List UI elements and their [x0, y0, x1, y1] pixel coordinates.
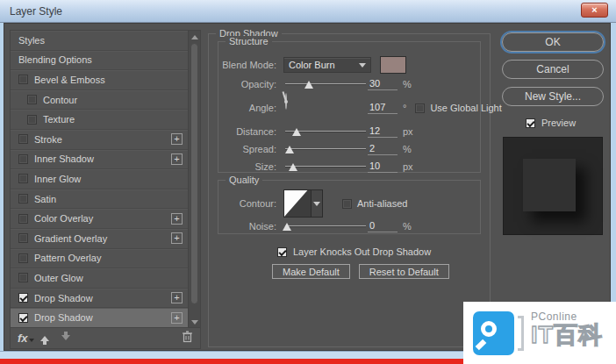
- effect-checkbox[interactable]: [18, 233, 28, 243]
- effect-checkbox[interactable]: [18, 273, 28, 282]
- effects-panel: StylesBlending OptionsBevel & EmbossCont…: [10, 30, 201, 349]
- effect-checkbox[interactable]: [18, 293, 28, 303]
- scroll-up-button[interactable]: [189, 31, 200, 42]
- reset-to-default-button[interactable]: Reset to Default: [359, 264, 449, 279]
- effect-checkbox[interactable]: [18, 313, 28, 323]
- drop-shadow-panel: Drop Shadow Structure Blend Mode: Color …: [208, 33, 491, 347]
- sidebar-item-drop-shadow[interactable]: Drop Shadow+: [11, 289, 188, 309]
- sidebar-item-outer-glow[interactable]: Outer Glow: [11, 268, 188, 289]
- opacity-value[interactable]: 30: [368, 78, 398, 90]
- scrollbar-thumb[interactable]: [190, 43, 198, 304]
- add-effect-button[interactable]: +: [171, 213, 183, 225]
- scrollbar[interactable]: [188, 31, 200, 328]
- noise-row: Noise: 0 %: [222, 218, 473, 233]
- delete-effect-button[interactable]: [182, 331, 193, 346]
- close-button[interactable]: ×: [581, 3, 608, 18]
- watermark-brand: PConline: [531, 310, 603, 323]
- preview-checkbox[interactable]: [526, 118, 535, 128]
- sidebar-item-label: Inner Shadow: [34, 153, 94, 164]
- add-effect-button[interactable]: +: [171, 232, 183, 244]
- anti-aliased-row: Anti-aliased: [342, 198, 407, 209]
- cancel-button[interactable]: Cancel: [502, 60, 604, 79]
- sidebar-item-gradient-overlay[interactable]: Gradient Overlay+: [11, 229, 188, 249]
- watermark: PConline IT百科: [463, 302, 616, 364]
- size-label: Size:: [222, 161, 276, 172]
- effect-checkbox[interactable]: [27, 115, 37, 125]
- effects-list-area: StylesBlending OptionsBevel & EmbossCont…: [11, 31, 200, 328]
- use-global-light-checkbox[interactable]: [415, 103, 425, 113]
- sidebar-item-pattern-overlay[interactable]: Pattern Overlay: [11, 249, 188, 269]
- effect-checkbox[interactable]: [18, 75, 28, 84]
- slider-thumb[interactable]: [292, 128, 301, 136]
- sidebar-item-contour[interactable]: Contour: [11, 90, 188, 111]
- add-effect-button[interactable]: +: [171, 133, 183, 145]
- chevron-up-icon: [191, 32, 198, 39]
- angle-dial-circle[interactable]: [285, 93, 287, 110]
- use-global-light-label: Use Global Light: [430, 103, 501, 113]
- close-icon: ×: [591, 5, 597, 15]
- sidebar-item-label: Stroke: [34, 134, 62, 145]
- window-title: Layer Style: [0, 5, 62, 18]
- effect-checkbox[interactable]: [18, 253, 28, 263]
- size-row: Size: 10 px: [222, 158, 473, 175]
- sidebar-item-stroke[interactable]: Stroke+: [11, 130, 188, 150]
- sidebar-item-styles[interactable]: Styles: [11, 31, 188, 51]
- move-effect-up-button[interactable]: [40, 332, 49, 345]
- noise-label: Noise:: [222, 221, 276, 232]
- angle-dial[interactable]: [283, 94, 368, 122]
- add-effect-button[interactable]: +: [171, 292, 183, 303]
- effect-checkbox[interactable]: [18, 194, 28, 203]
- angle-label: Angle:: [222, 103, 276, 113]
- fx-menu-button[interactable]: fx: [18, 332, 28, 345]
- sidebar-item-inner-glow[interactable]: Inner Glow: [11, 169, 188, 189]
- trash-icon: [182, 331, 193, 343]
- sidebar-item-satin[interactable]: Satin: [11, 189, 188, 210]
- effect-checkbox[interactable]: [18, 214, 28, 224]
- size-value[interactable]: 10: [368, 161, 398, 173]
- slider-track: [285, 83, 366, 84]
- contour-dropdown-button[interactable]: [312, 189, 323, 218]
- sidebar-item-blending-options[interactable]: Blending Options: [11, 51, 188, 71]
- sidebar-item-label: Texture: [43, 114, 75, 125]
- sidebar-item-bevel-emboss[interactable]: Bevel & Emboss: [11, 70, 188, 90]
- sidebar-item-color-overlay[interactable]: Color Overlay+: [11, 209, 188, 229]
- slider-thumb[interactable]: [304, 81, 313, 89]
- add-effect-button[interactable]: +: [171, 312, 183, 324]
- sidebar-item-texture[interactable]: Texture: [11, 110, 188, 130]
- slider-thumb[interactable]: [289, 163, 297, 171]
- make-default-button[interactable]: Make Default: [272, 264, 350, 279]
- sidebar-item-inner-shadow[interactable]: Inner Shadow+: [11, 150, 188, 170]
- angle-value[interactable]: 107: [368, 102, 398, 114]
- action-column: OK Cancel New Style... Preview: [501, 32, 605, 235]
- move-effect-down-button[interactable]: [61, 332, 70, 345]
- contour-picker[interactable]: [283, 189, 323, 218]
- sidebar-item-drop-shadow-2[interactable]: Drop Shadow+: [11, 308, 188, 328]
- layer-knocks-out-checkbox[interactable]: [277, 247, 287, 257]
- effect-checkbox[interactable]: [18, 174, 28, 183]
- distance-slider[interactable]: [283, 125, 368, 139]
- spread-value[interactable]: 2: [368, 143, 398, 155]
- defaults-row: Make Default Reset to Default: [272, 264, 449, 279]
- noise-value[interactable]: 0: [368, 220, 398, 232]
- opacity-unit: %: [403, 79, 412, 89]
- anti-aliased-checkbox[interactable]: [342, 199, 352, 209]
- new-style-button[interactable]: New Style...: [502, 87, 604, 106]
- effect-checkbox[interactable]: [18, 134, 28, 144]
- add-effect-button[interactable]: +: [171, 153, 183, 165]
- slider-thumb[interactable]: [285, 146, 294, 153]
- quality-group: Quality Contour: Anti-aliased: [218, 180, 481, 234]
- shadow-color-swatch[interactable]: [380, 56, 406, 74]
- spread-slider[interactable]: [283, 142, 368, 156]
- noise-slider[interactable]: [283, 219, 368, 233]
- effect-checkbox[interactable]: [18, 154, 28, 164]
- size-slider[interactable]: [283, 160, 368, 174]
- ok-button[interactable]: OK: [502, 32, 604, 52]
- chevron-down-icon: [313, 202, 320, 210]
- blend-mode-select[interactable]: Color Burn: [283, 57, 371, 73]
- sidebar-item-label: Satin: [34, 194, 56, 204]
- distance-value[interactable]: 12: [368, 125, 398, 138]
- contour-thumbnail[interactable]: [283, 189, 312, 218]
- slider-thumb[interactable]: [283, 223, 291, 231]
- opacity-slider[interactable]: [283, 77, 368, 91]
- effect-checkbox[interactable]: [27, 95, 37, 104]
